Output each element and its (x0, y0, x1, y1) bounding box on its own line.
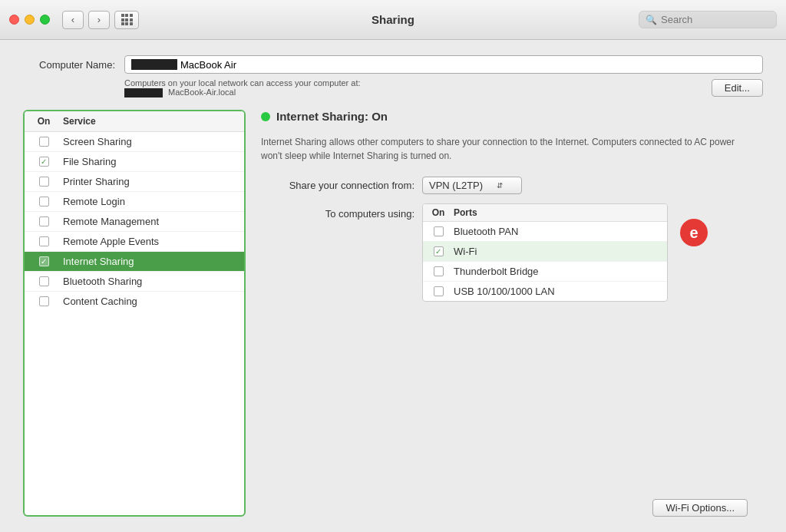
status-dot (261, 112, 270, 121)
local-address-suffix: MacBook-Air.local (124, 88, 361, 97)
content-caching-checkbox[interactable] (39, 296, 49, 306)
local-address-row: Computers on your local network can acce… (124, 78, 763, 97)
computer-name-section: Computer Name: MacBook Air Computers on … (23, 55, 763, 97)
minimize-button[interactable] (25, 15, 35, 25)
content-caching-label: Content Caching (63, 296, 244, 307)
port-row-wifi[interactable]: ✓ Wi-Fi (423, 242, 667, 262)
checkbox-area (25, 236, 63, 246)
name-redacted (131, 59, 177, 70)
wifi-checkbox[interactable]: ✓ (434, 246, 444, 256)
port-row-usb[interactable]: USB 10/100/1000 LAN (423, 282, 667, 301)
internet-sharing-checkbox[interactable]: ✓ (39, 256, 49, 266)
address-redacted (124, 88, 163, 97)
computer-name-input[interactable]: MacBook Air (124, 55, 763, 74)
search-bar[interactable]: 🔍 (639, 11, 777, 28)
connection-from-dropdown[interactable]: VPN (L2TP) ⇵ (422, 177, 522, 194)
maximize-button[interactable] (40, 15, 50, 25)
local-address-prefix: Computers on your local network can acce… (124, 78, 361, 88)
forward-button[interactable]: › (88, 11, 110, 29)
checkbox-area (25, 296, 63, 306)
usb-lan-checkbox[interactable] (434, 286, 444, 296)
service-item-content-caching[interactable]: Content Caching (25, 292, 244, 311)
ports-table-header: On Ports (423, 204, 667, 222)
service-list-header: On Service (25, 111, 244, 132)
printer-sharing-label: Printer Sharing (63, 176, 244, 187)
detail-title: Internet Sharing: On (276, 110, 388, 123)
service-item-internet-sharing[interactable]: ✓ Internet Sharing (25, 252, 244, 272)
port-checkbox-usb[interactable] (423, 286, 454, 296)
screen-sharing-label: Screen Sharing (63, 136, 244, 147)
service-item-printer-sharing[interactable]: Printer Sharing (25, 172, 244, 192)
edit-button[interactable]: Edit... (712, 79, 763, 97)
remote-login-checkbox[interactable] (39, 197, 49, 207)
checkbox-area (25, 137, 63, 147)
computer-name-value: MacBook Air (180, 59, 236, 71)
connection-from-row: Share your connection from: VPN (L2TP) ⇵ (261, 177, 748, 194)
service-item-remote-management[interactable]: Remote Management (25, 212, 244, 232)
port-checkbox-wifi[interactable]: ✓ (423, 246, 454, 256)
checkbox-area: ✓ (25, 256, 63, 266)
grid-icon (121, 14, 133, 25)
wifi-options-button[interactable]: Wi-Fi Options... (652, 499, 748, 517)
wifi-label: Wi-Fi (454, 246, 667, 257)
help-row: To computers using: On Ports Bluetooth P… (261, 203, 748, 302)
internet-sharing-label: Internet Sharing (63, 256, 244, 267)
back-button[interactable]: ‹ (62, 11, 84, 29)
ports-header-on: On (423, 207, 454, 218)
remote-apple-events-label: Remote Apple Events (63, 236, 244, 247)
checkbox-area: ✓ (25, 157, 63, 167)
services-panel: On Service Screen Sharing ✓ File Sharing (23, 110, 763, 517)
connection-from-value: VPN (L2TP) (429, 180, 483, 191)
dropdown-arrow-icon: ⇵ (497, 181, 503, 190)
service-item-screen-sharing[interactable]: Screen Sharing (25, 132, 244, 152)
connection-from-label: Share your connection from: (261, 180, 414, 191)
bluetooth-sharing-checkbox[interactable] (39, 276, 49, 286)
remote-management-checkbox[interactable] (39, 216, 49, 226)
usb-lan-label: USB 10/100/1000 LAN (454, 286, 667, 297)
port-row-thunderbolt[interactable]: Thunderbolt Bridge (423, 262, 667, 282)
service-item-file-sharing[interactable]: ✓ File Sharing (25, 152, 244, 172)
port-checkbox-thunderbolt[interactable] (423, 266, 454, 276)
grid-button[interactable] (114, 11, 139, 29)
detail-description: Internet Sharing allows other computers … (261, 135, 748, 163)
main-content: Computer Name: MacBook Air Computers on … (0, 40, 786, 532)
remote-login-label: Remote Login (63, 196, 244, 207)
help-badge[interactable]: e (680, 219, 708, 246)
local-address-value: MacBook-Air.local (168, 88, 236, 97)
title-bar: ‹ › Sharing 🔍 (0, 0, 786, 40)
thunderbolt-label: Thunderbolt Bridge (454, 266, 667, 277)
checkbox-area (25, 197, 63, 207)
port-checkbox-bluetooth[interactable] (423, 226, 454, 236)
checkbox-area (25, 177, 63, 187)
nav-buttons: ‹ › (62, 11, 110, 29)
traffic-lights (9, 15, 50, 25)
service-item-remote-login[interactable]: Remote Login (25, 192, 244, 212)
search-icon: 🔍 (646, 15, 657, 25)
detail-header: Internet Sharing: On (261, 110, 748, 123)
remote-management-label: Remote Management (63, 216, 244, 227)
ports-table: On Ports Bluetooth PAN (422, 203, 668, 302)
printer-sharing-checkbox[interactable] (39, 177, 49, 187)
bluetooth-pan-checkbox[interactable] (434, 226, 444, 236)
thunderbolt-checkbox[interactable] (434, 266, 444, 276)
detail-panel: Internet Sharing: On Internet Sharing al… (246, 110, 763, 517)
close-button[interactable] (9, 15, 19, 25)
file-sharing-label: File Sharing (63, 156, 244, 167)
checkbox-area (25, 216, 63, 226)
remote-apple-events-checkbox[interactable] (39, 236, 49, 246)
port-row-bluetooth[interactable]: Bluetooth PAN (423, 222, 667, 242)
local-address-text: Computers on your local network can acce… (124, 78, 361, 97)
file-sharing-checkbox[interactable]: ✓ (39, 157, 49, 167)
service-list: On Service Screen Sharing ✓ File Sharing (23, 110, 246, 517)
ports-section: To computers using: On Ports Bluetooth P… (261, 203, 668, 302)
search-input[interactable] (661, 14, 770, 25)
ports-label: To computers using: (261, 203, 414, 220)
service-item-remote-apple-events[interactable]: Remote Apple Events (25, 232, 244, 252)
ports-header-ports: Ports (454, 207, 667, 218)
bluetooth-pan-label: Bluetooth PAN (454, 226, 667, 237)
wifi-options-row: Wi-Fi Options... (261, 491, 748, 517)
computer-name-row: Computer Name: MacBook Air (23, 55, 763, 74)
screen-sharing-checkbox[interactable] (39, 137, 49, 147)
service-item-bluetooth-sharing[interactable]: Bluetooth Sharing (25, 272, 244, 292)
bluetooth-sharing-label: Bluetooth Sharing (63, 276, 244, 287)
